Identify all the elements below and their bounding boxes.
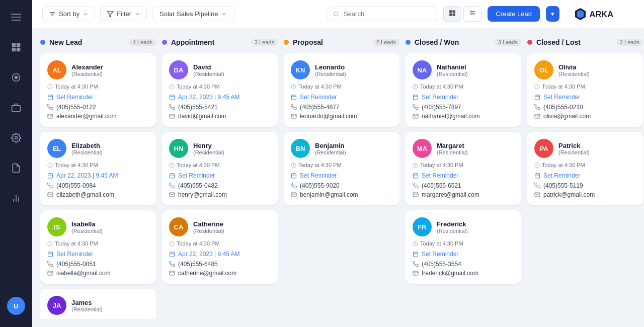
col-dot-proposal [284,40,289,45]
column-new-lead: New Lead 4 Leads AL Alexander (Residenti… [40,36,156,319]
arka-logo: ARKA [574,6,634,22]
column-appointment: Appointment 3 Leads DA David (Residentia… [162,36,278,319]
set-reminder-button[interactable]: Set Reminder [47,94,149,101]
settings-icon[interactable] [7,129,25,147]
card-avatar: DA [169,60,188,79]
card-james[interactable]: JA James (Residential) Today at 4:30 PM … [40,289,156,319]
card-henry[interactable]: HN Henry (Residential) Today at 4:30 PM … [162,132,278,205]
card-name: Patrick [558,142,590,149]
column-header-proposal: Proposal 2 Leads [284,36,399,48]
card-name: Nathaniel [437,63,468,71]
col-count-closed-lost: 2 Leads [616,39,643,46]
svg-rect-92 [535,95,540,100]
logo: ARKA [574,6,634,22]
col-count-closed-won: 3 Leads [495,39,521,46]
col-title-text-appointment: Appointment [171,38,214,46]
grid-view-button[interactable] [443,6,461,22]
card-margaret[interactable]: MA Margaret (Residential) Today at 4:30 … [406,132,521,205]
card-frederick[interactable]: FR Frederick (Residential) Today at 4:30… [406,210,521,284]
card-email: benjamin@gmail.com [291,191,392,198]
card-header: FR Frederick (Residential) [413,217,514,236]
menu-icon[interactable] [7,8,25,26]
card-type: (Residential) [193,228,224,234]
set-reminder-button[interactable]: Set Reminder [413,94,514,101]
set-reminder-button[interactable]: Set Reminder [534,172,636,179]
card-email: leonardo@gmail.com [291,113,392,120]
sort-button[interactable]: Sort by [42,7,95,21]
cards-wrap-appointment: DA David (Residential) Today at 4:30 PM … [162,53,278,319]
card-header: KN Leonardo (Residential) [291,60,392,79]
card-date-badge[interactable]: Apr 22, 2023 | 9:45 AM [169,94,271,101]
card-type: (Residential) [71,306,103,312]
card-benjamin[interactable]: BN Benjamin (Residential) Today at 4:30 … [284,132,399,205]
create-lead-button[interactable]: Create Lead [488,6,540,22]
card-avatar: CA [169,217,188,236]
card-date-badge[interactable]: Apr 22, 2023 | 9:45 AM [47,172,149,179]
card-leonardo[interactable]: KN Leonardo (Residential) Today at 4:30 … [284,53,399,127]
card-type: (Residential) [71,149,103,155]
card-olivia[interactable]: OL Olivia (Residential) Today at 4:30 PM… [527,53,643,127]
phone-icon [169,104,175,110]
clock-icon [413,84,418,90]
card-phone: (405)555-6521 [413,182,514,189]
svg-rect-22 [453,10,455,13]
card-phone: (405)555-0210 [534,104,636,111]
set-reminder-button[interactable]: Set Reminder [413,172,514,179]
col-title-proposal: Proposal [284,38,323,46]
col-count-new-lead: 4 Leads [129,39,156,46]
col-dot-closed-won [406,40,411,45]
user-avatar[interactable]: U [7,297,25,315]
set-reminder-button[interactable]: Set Reminder [413,251,514,258]
card-type: (Residential) [71,71,103,77]
document-icon[interactable] [7,159,25,177]
card-name: Alexander [71,63,103,71]
card-phone: (405)555-0482 [169,182,271,189]
set-reminder-button[interactable]: Set Reminder [534,94,636,101]
card-elizabeth[interactable]: EL Elizabeth (Residential) Today at 4:30… [40,132,156,205]
dashboard-icon[interactable] [7,38,25,56]
card-avatar: KN [291,60,310,79]
card-alexander[interactable]: AL Alexander (Residential) Today at 4:30… [40,53,156,127]
card-phone: (405)555-5119 [534,182,636,189]
card-avatar: EL [47,139,66,158]
card-catherine[interactable]: CA Catherine (Residential) Today at 4:30… [162,210,278,284]
kanban-board: New Lead 4 Leads AL Alexander (Residenti… [32,28,644,327]
email-icon [534,192,540,198]
card-david[interactable]: DA David (Residential) Today at 4:30 PM … [162,53,278,127]
filter-label: Filter [117,10,131,18]
card-type: (Residential) [558,149,590,155]
briefcase-icon[interactable] [7,99,25,117]
set-reminder-button[interactable]: Set Reminder [291,172,392,179]
clock-icon [169,241,175,247]
pipeline-select[interactable]: Solar Sales Pipeline [152,7,234,21]
more-button[interactable]: ▾ [546,6,559,22]
set-reminder-button[interactable]: Set Reminder [291,94,392,101]
search-box[interactable] [327,7,437,21]
email-icon [169,270,175,276]
card-date-badge[interactable]: Apr 22, 2023 | 9:45 AM [169,251,271,258]
set-reminder-button[interactable]: Set Reminder [169,172,271,179]
leads-icon[interactable] [7,68,25,87]
col-count-proposal: 2 Leads [373,39,399,46]
card-name: Isabella [71,220,103,228]
card-avatar: OL [534,60,553,79]
card-header: IS Isabella (Residential) [47,217,149,236]
svg-rect-6 [17,48,21,52]
svg-rect-67 [292,95,296,100]
set-reminder-button[interactable]: Set Reminder [47,251,149,258]
svg-rect-9 [12,106,21,112]
search-input[interactable] [344,10,431,18]
phone-icon [169,183,175,189]
clock-icon [413,162,418,168]
email-icon [413,270,419,276]
analytics-icon[interactable] [7,189,25,207]
col-title-text-proposal: Proposal [293,38,323,46]
card-isabella[interactable]: IS Isabella (Residential) Today at 4:30 … [40,210,156,284]
card-patrick[interactable]: PA Patrick (Residential) Today at 4:30 P… [527,132,643,205]
filter-button[interactable]: Filter [100,7,147,21]
card-time: Today at 4:30 PM [291,84,392,90]
card-header: OL Olivia (Residential) [534,60,636,79]
card-nathaniel[interactable]: NA Nathaniel (Residential) Today at 4:30… [406,53,521,127]
svg-rect-57 [170,174,175,178]
list-view-button[interactable] [463,6,481,22]
